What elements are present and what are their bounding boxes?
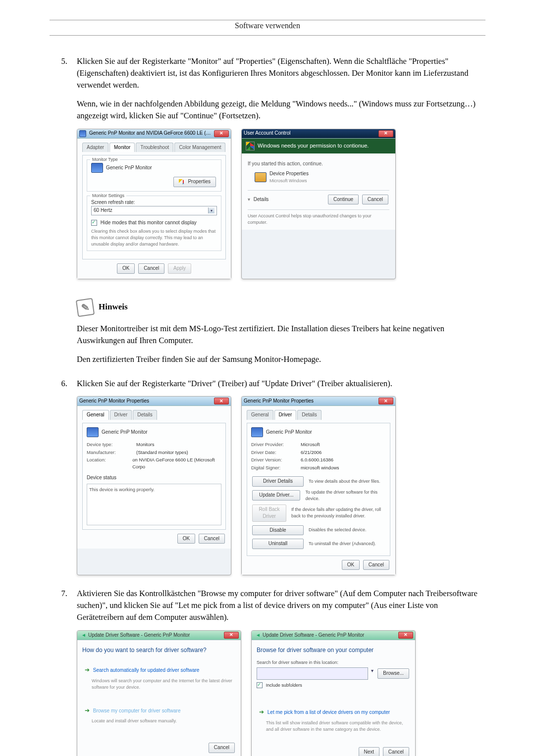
monitor-name: Generic PnP Monitor — [106, 164, 152, 172]
tab-color-management[interactable]: Color Management — [174, 143, 225, 152]
hide-modes-label: Hide modes that this monitor cannot disp… — [101, 220, 197, 225]
monitor-name: Generic PnP Monitor — [266, 429, 312, 436]
monitor-icon — [87, 427, 99, 437]
back-icon[interactable]: ◄ — [256, 632, 261, 639]
cancel-button[interactable]: Cancel — [383, 747, 409, 756]
driver-provider-value: Microsoft — [301, 441, 320, 448]
chevron-down-icon[interactable]: ▾ — [371, 667, 374, 680]
uninstall-button[interactable]: Uninstall — [252, 539, 304, 549]
arrow-icon: ➔ — [85, 707, 90, 714]
shield-icon — [246, 142, 255, 151]
continue-button[interactable]: Continue — [328, 195, 359, 205]
cancel-button[interactable]: Cancel — [362, 195, 388, 205]
disable-text: Disables the selected device. — [309, 527, 367, 533]
window-uac: User Account Control ✕ Windows needs you… — [241, 129, 396, 279]
step-5: Klicken Sie auf der Registerkarte "Monit… — [69, 55, 485, 365]
include-subfolders-checkbox[interactable] — [257, 682, 263, 688]
close-icon[interactable]: ✕ — [214, 398, 229, 404]
driver-date-label: Driver Date: — [251, 449, 301, 456]
close-icon[interactable]: ✕ — [378, 398, 393, 404]
apply-button[interactable]: Apply — [168, 263, 191, 274]
arrow-icon: ➔ — [259, 708, 264, 715]
cancel-button[interactable]: Cancel — [199, 534, 225, 544]
refresh-label: Screen refresh rate: — [91, 199, 217, 206]
tab-driver[interactable]: Driver — [110, 410, 132, 420]
option-pick-from-list-desc: This list will show installed driver sof… — [266, 720, 408, 733]
window-title: Generic PnP Monitor and NVIDIA GeForce 6… — [89, 130, 214, 137]
option-search-auto-desc: Windows will search your computer and th… — [92, 678, 233, 691]
window-title: Generic PnP Monitor Properties — [79, 398, 214, 405]
tab-general[interactable]: General — [82, 410, 109, 420]
option-search-auto[interactable]: ➔ Search automatically for updated drive… — [85, 666, 233, 674]
option-pick-from-list[interactable]: ➔ Let me pick from a list of device driv… — [259, 708, 408, 716]
location-value: on NVIDIA GeForce 6600 LE (Microsoft Cor… — [132, 456, 221, 470]
window-device-properties-general: Generic PnP Monitor Properties ✕ General… — [77, 396, 231, 575]
cancel-button[interactable]: Cancel — [209, 743, 235, 753]
driver-details-button[interactable]: Driver Details — [252, 476, 304, 487]
cancel-button[interactable]: Cancel — [363, 560, 389, 570]
option-browse-computer[interactable]: ➔ Browse my computer for driver software — [85, 706, 233, 715]
close-icon[interactable]: ✕ — [214, 130, 229, 137]
digital-signer-label: Digital Signer: — [251, 464, 301, 471]
driver-version-label: Driver Version: — [251, 456, 301, 463]
uninstall-text: To uninstall the driver (Advanced). — [309, 541, 376, 547]
ok-button[interactable]: OK — [342, 560, 360, 570]
monitor-icon — [91, 163, 103, 173]
chevron-down-icon: ▾ — [248, 197, 250, 202]
chevron-down-icon — [208, 207, 214, 213]
details-expander[interactable]: Details — [254, 197, 269, 202]
note-p2: Den zertifizierten Treiber finden Sie au… — [77, 353, 485, 365]
devtype-value: Monitors — [136, 441, 154, 448]
close-icon[interactable]: ✕ — [378, 130, 393, 137]
note-title: Hinweis — [99, 301, 128, 313]
tab-details[interactable]: Details — [297, 410, 321, 420]
step-5-p1: Klicken Sie auf der Registerkarte "Monit… — [77, 55, 485, 91]
rollback-driver-button[interactable]: Roll Back Driver — [252, 504, 286, 522]
page-title: Software verwenden — [50, 21, 485, 30]
browse-button[interactable]: Browse... — [377, 668, 409, 679]
devtype-label: Device type: — [87, 441, 136, 448]
option-browse-computer-desc: Locate and install driver software manua… — [92, 718, 233, 724]
tab-driver[interactable]: Driver — [274, 410, 297, 420]
step-7: Aktivieren Sie das Kontrollkästchen "Bro… — [69, 588, 485, 756]
ok-button[interactable]: OK — [177, 534, 195, 544]
ok-button[interactable]: OK — [117, 263, 135, 274]
tab-adapter[interactable]: Adapter — [82, 143, 108, 152]
tab-monitor[interactable]: Monitor — [109, 143, 135, 152]
app-icon — [255, 172, 267, 182]
next-button[interactable]: Next — [359, 747, 380, 756]
back-icon[interactable]: ◄ — [81, 632, 86, 639]
tab-troubleshoot[interactable]: Troubleshoot — [136, 143, 173, 152]
device-status-text: This device is working properly. — [87, 484, 221, 525]
search-location-label: Search for driver software in this locat… — [257, 659, 410, 666]
cancel-button[interactable]: Cancel — [138, 263, 164, 274]
window-monitor-properties: Generic PnP Monitor and NVIDIA GeForce 6… — [77, 129, 231, 279]
disable-button[interactable]: Disable — [252, 525, 304, 536]
properties-button[interactable]: Properties — [173, 177, 216, 187]
monitor-icon — [251, 427, 263, 437]
manufacturer-label: Manufacturer: — [87, 449, 136, 456]
driver-provider-label: Driver Provider: — [251, 441, 301, 448]
hide-modes-checkbox[interactable] — [91, 220, 97, 226]
uac-band-text: Windows needs your permission to contion… — [258, 142, 369, 150]
location-label: Location: — [87, 456, 132, 470]
rollback-driver-text: If the device fails after updating the d… — [291, 506, 386, 519]
uac-footer: User Account Control helps stop unauthor… — [248, 209, 389, 226]
digital-signer-value: microsoft windows — [301, 464, 339, 471]
wizard-heading: Browse for driver software on your compu… — [257, 646, 410, 655]
note-icon: ✎ — [76, 298, 95, 317]
tab-details[interactable]: Details — [133, 410, 157, 420]
window-title: Update Driver Software - Generic PnP Mon… — [88, 632, 224, 639]
close-icon[interactable]: ✕ — [398, 632, 413, 639]
device-status-label: Device status — [87, 474, 221, 482]
manufacturer-value: (Standard monitor types) — [136, 449, 188, 456]
hide-modes-help: Clearing this check box allows you to se… — [91, 228, 217, 248]
tab-general[interactable]: General — [247, 410, 273, 420]
refresh-combo[interactable]: 60 Hertz — [91, 206, 217, 215]
location-input[interactable] — [257, 667, 368, 680]
close-icon[interactable]: ✕ — [224, 632, 239, 639]
update-driver-button[interactable]: Update Driver... — [252, 490, 300, 501]
driver-date-value: 6/21/2006 — [301, 449, 321, 456]
window-wizard-search: ◄ Update Driver Software - Generic PnP M… — [77, 630, 241, 756]
uac-app-name: Device Properties — [269, 170, 309, 178]
